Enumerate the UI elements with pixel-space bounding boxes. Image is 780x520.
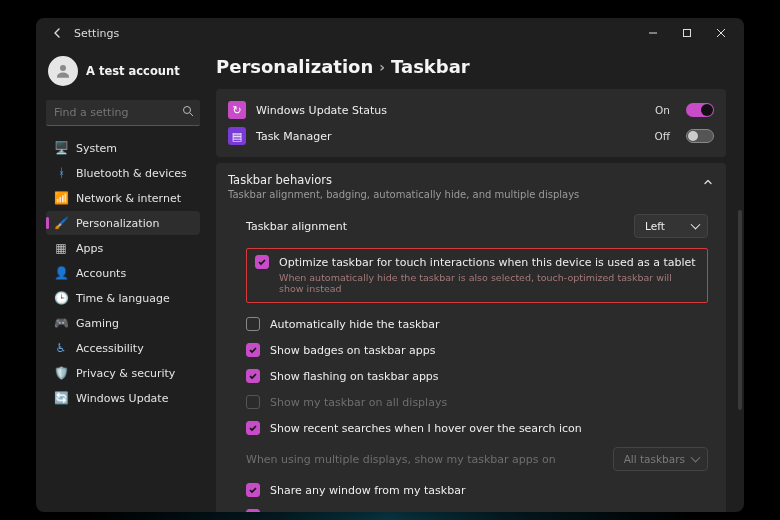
nav-icon: 🖌️	[54, 216, 68, 230]
breadcrumb-current: Taskbar	[391, 56, 470, 77]
behavior-option-row: Automatically hide the taskbar	[246, 311, 708, 337]
behavior-checkbox[interactable]	[246, 421, 260, 435]
optimize-touch-highlight: Optimize taskbar for touch interactions …	[246, 248, 708, 303]
nav-label: Apps	[76, 242, 103, 255]
taskbar-alignment-dropdown[interactable]: Left	[634, 214, 708, 238]
behavior-checkbox[interactable]	[246, 343, 260, 357]
nav-icon: ᚼ	[54, 166, 68, 180]
optimize-touch-checkbox[interactable]	[255, 255, 269, 269]
user-name: A test account	[86, 64, 180, 78]
behavior-checkbox[interactable]	[246, 483, 260, 497]
behavior-option-row: Show my taskbar on all displays	[246, 389, 708, 415]
behavior-option-row: Show recent searches when I hover over t…	[246, 415, 708, 441]
nav-label: Time & language	[76, 292, 170, 305]
taskbar-item-row: ↻ Windows Update Status On	[228, 97, 714, 123]
breadcrumb-parent[interactable]: Personalization	[216, 56, 373, 77]
nav-label: Privacy & security	[76, 367, 175, 380]
svg-point-4	[60, 65, 66, 71]
minimize-button[interactable]	[636, 18, 670, 48]
taskbar-alignment-row: Taskbar alignment Left	[246, 208, 708, 244]
item-toggle[interactable]	[686, 129, 714, 143]
svg-rect-1	[684, 30, 691, 37]
nav-label: Accounts	[76, 267, 126, 280]
nav-icon: 🖥️	[54, 141, 68, 155]
main-content: Personalization › Taskbar ↻ Windows Upda…	[208, 48, 744, 512]
behavior-label: Show my taskbar on all displays	[270, 396, 447, 409]
sidebar-item-apps[interactable]: ▦Apps	[46, 236, 200, 260]
behavior-checkbox[interactable]	[246, 317, 260, 331]
nav-icon: ▦	[54, 241, 68, 255]
taskbar-item-row: ▤ Task Manager Off	[228, 123, 714, 149]
behavior-label: Show flashing on taskbar apps	[270, 370, 439, 383]
behaviors-title: Taskbar behaviors	[228, 173, 702, 187]
search-container	[46, 100, 200, 126]
nav-icon: 🕒	[54, 291, 68, 305]
search-icon	[182, 105, 194, 120]
behavior-label: Select the far corner of the taskbar to …	[270, 510, 579, 513]
behavior-checkbox[interactable]	[246, 509, 260, 512]
sidebar-item-network-internet[interactable]: 📶Network & internet	[46, 186, 200, 210]
behavior-checkbox	[246, 395, 260, 409]
scrollbar[interactable]	[738, 210, 742, 410]
svg-line-6	[190, 113, 193, 116]
taskbar-behaviors-card: Taskbar behaviors Taskbar alignment, bad…	[216, 163, 726, 512]
svg-point-5	[184, 107, 191, 114]
breadcrumb: Personalization › Taskbar	[216, 54, 726, 89]
nav-label: System	[76, 142, 117, 155]
toggle-state: Off	[655, 130, 671, 142]
optimize-touch-sublabel: When automatically hide the taskbar is a…	[279, 272, 699, 294]
sidebar-item-accounts[interactable]: 👤Accounts	[46, 261, 200, 285]
collapse-button[interactable]	[702, 173, 714, 192]
item-icon: ▤	[228, 127, 246, 145]
behavior-option-row: Select the far corner of the taskbar to …	[246, 503, 708, 512]
behavior-checkbox[interactable]	[246, 369, 260, 383]
item-toggle[interactable]	[686, 103, 714, 117]
titlebar: Settings	[36, 18, 744, 48]
optimize-touch-label: Optimize taskbar for touch interactions …	[279, 256, 696, 269]
nav-icon: 📶	[54, 191, 68, 205]
taskbar-alignment-label: Taskbar alignment	[246, 220, 347, 233]
nav-icon: 👤	[54, 266, 68, 280]
close-button[interactable]	[704, 18, 738, 48]
window-title: Settings	[74, 27, 119, 40]
nav-label: Bluetooth & devices	[76, 167, 187, 180]
toggle-state: On	[655, 104, 670, 116]
behavior-label: Show recent searches when I hover over t…	[270, 422, 582, 435]
nav-icon: ♿	[54, 341, 68, 355]
item-label: Task Manager	[256, 130, 645, 143]
nav-label: Windows Update	[76, 392, 168, 405]
nav-label: Gaming	[76, 317, 119, 330]
multi-display-dropdown: All taskbars	[613, 447, 708, 471]
item-label: Windows Update Status	[256, 104, 645, 117]
sidebar-item-bluetooth-devices[interactable]: ᚼBluetooth & devices	[46, 161, 200, 185]
behavior-option-row: Show flashing on taskbar apps	[246, 363, 708, 389]
avatar	[48, 56, 78, 86]
nav: 🖥️SystemᚼBluetooth & devices📶Network & i…	[46, 136, 200, 410]
nav-label: Network & internet	[76, 192, 181, 205]
sidebar-item-windows-update[interactable]: 🔄Windows Update	[46, 386, 200, 410]
taskbar-items-card: ↻ Windows Update Status On ▤ Task Manage…	[216, 89, 726, 157]
maximize-button[interactable]	[670, 18, 704, 48]
behavior-option-row: Show badges on taskbar apps	[246, 337, 708, 363]
chevron-right-icon: ›	[379, 59, 385, 75]
behavior-label: Show badges on taskbar apps	[270, 344, 435, 357]
sidebar: A test account 🖥️SystemᚼBluetooth & devi…	[36, 48, 208, 512]
sidebar-item-accessibility[interactable]: ♿Accessibility	[46, 336, 200, 360]
user-account[interactable]: A test account	[46, 52, 200, 98]
sidebar-item-time-language[interactable]: 🕒Time & language	[46, 286, 200, 310]
sidebar-item-gaming[interactable]: 🎮Gaming	[46, 311, 200, 335]
search-input[interactable]	[46, 100, 200, 126]
multi-display-row: When using multiple displays, show my ta…	[246, 441, 708, 477]
sidebar-item-privacy-security[interactable]: 🛡️Privacy & security	[46, 361, 200, 385]
nav-label: Accessibility	[76, 342, 144, 355]
back-button[interactable]	[46, 27, 68, 39]
behaviors-subtitle: Taskbar alignment, badging, automaticall…	[228, 189, 702, 200]
nav-icon: 🎮	[54, 316, 68, 330]
item-icon: ↻	[228, 101, 246, 119]
behavior-label: Share any window from my taskbar	[270, 484, 465, 497]
sidebar-item-system[interactable]: 🖥️System	[46, 136, 200, 160]
behavior-label: Automatically hide the taskbar	[270, 318, 440, 331]
sidebar-item-personalization[interactable]: 🖌️Personalization	[46, 211, 200, 235]
nav-icon: 🛡️	[54, 366, 68, 380]
nav-label: Personalization	[76, 217, 159, 230]
